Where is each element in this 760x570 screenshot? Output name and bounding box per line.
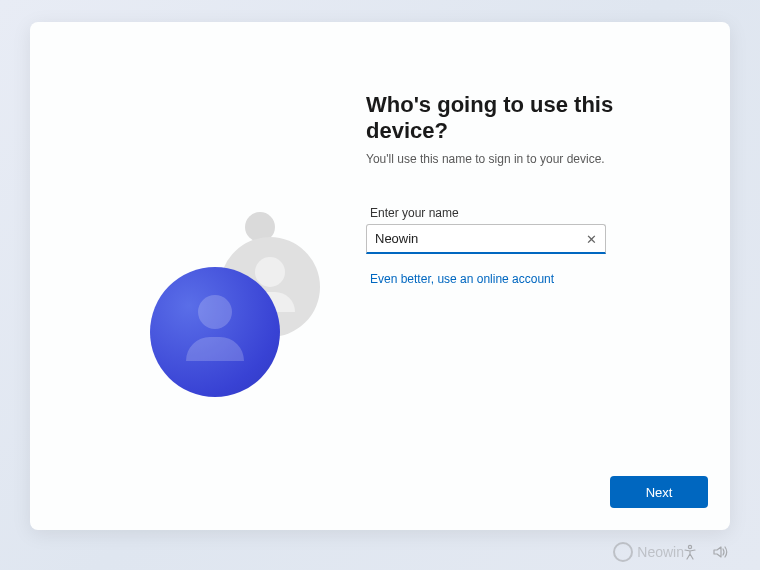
watermark: Neowin [613, 542, 684, 562]
setup-card: Who's going to use this device? You'll u… [30, 22, 730, 530]
name-input-label: Enter your name [370, 206, 686, 220]
volume-icon[interactable] [712, 544, 730, 560]
page-title: Who's going to use this device? [366, 92, 686, 144]
person-icon-primary [150, 267, 280, 397]
illustration-pane [30, 22, 366, 530]
content-pane: Who's going to use this device? You'll u… [366, 22, 730, 530]
name-input[interactable] [366, 224, 606, 254]
clear-input-button[interactable]: ✕ [582, 230, 600, 248]
watermark-logo-icon [613, 542, 633, 562]
next-button[interactable]: Next [610, 476, 708, 508]
taskbar-icons [682, 544, 730, 560]
page-subtitle: You'll use this name to sign in to your … [366, 152, 686, 166]
name-input-wrap: ✕ [366, 224, 606, 254]
online-account-link[interactable]: Even better, use an online account [370, 272, 554, 286]
svg-point-0 [688, 545, 691, 548]
close-icon: ✕ [586, 233, 597, 246]
avatar-illustration [140, 212, 340, 412]
accessibility-icon[interactable] [682, 544, 698, 560]
watermark-text: Neowin [637, 544, 684, 560]
